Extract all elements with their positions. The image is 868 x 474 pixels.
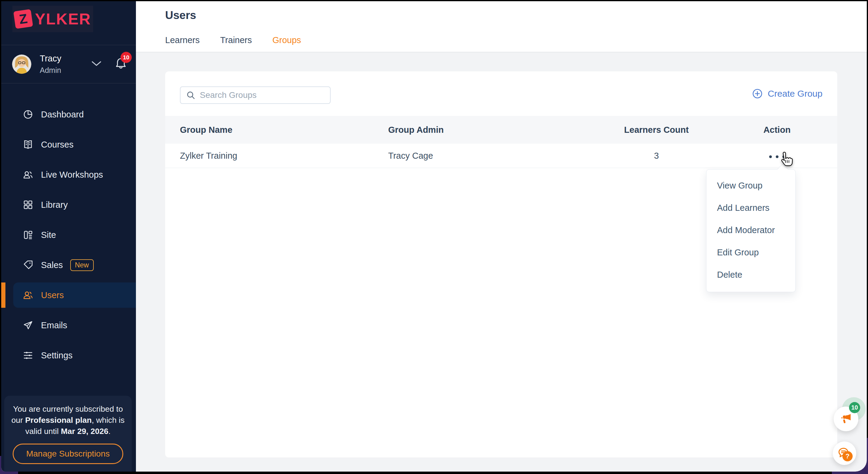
sidebar-item-label: Site xyxy=(41,230,56,240)
page-title: Users xyxy=(165,9,196,22)
tab-groups[interactable]: Groups xyxy=(273,35,301,45)
notifications-button[interactable]: 10 xyxy=(115,57,127,71)
search-input[interactable] xyxy=(200,90,330,100)
card-toolbar: Create Group xyxy=(165,71,837,116)
profile-name: Tracy xyxy=(40,54,61,64)
tab-trainers[interactable]: Trainers xyxy=(220,35,252,45)
dashboard-icon xyxy=(23,109,33,120)
column-header: Learners Count xyxy=(624,125,689,135)
tab-learners[interactable]: Learners xyxy=(165,35,199,45)
menu-item-view-group[interactable]: View Group xyxy=(707,174,795,197)
sales-icon xyxy=(23,260,33,270)
live-workshops-icon xyxy=(23,170,33,180)
profile-section: Tracy Admin 10 xyxy=(1,45,136,83)
chevron-down-icon[interactable] xyxy=(91,61,101,68)
announcement-count-badge: 10 xyxy=(849,402,860,413)
table-row: Zylker Training Tracy Cage 3 xyxy=(165,144,837,168)
learners-count-cell: 3 xyxy=(654,151,659,161)
settings-icon xyxy=(23,350,33,361)
sidebar-item-settings[interactable]: Settings xyxy=(1,340,136,370)
subscription-panel: You are currently subscribed to our Prof… xyxy=(4,396,132,472)
create-group-label: Create Group xyxy=(768,89,823,99)
sidebar-item-label: Sales xyxy=(41,260,63,270)
manage-subscriptions-button[interactable]: Manage Subscriptions xyxy=(13,444,123,464)
sidebar-item-label: Settings xyxy=(41,350,73,361)
library-icon xyxy=(23,200,33,210)
profile-role: Admin xyxy=(40,66,61,75)
subscription-text: You are currently subscribed to our Prof… xyxy=(4,404,132,437)
help-chat-button[interactable]: ? xyxy=(833,441,856,465)
app-window: Z YLKER Tracy Admin xyxy=(1,1,867,472)
search-icon xyxy=(186,90,195,100)
new-badge: New xyxy=(70,259,94,271)
sidebar: Z YLKER Tracy Admin xyxy=(1,1,136,472)
menu-item-edit-group[interactable]: Edit Group xyxy=(707,241,795,264)
sidebar-nav: Dashboard Courses Live Workshops xyxy=(1,99,136,370)
tab-bar: Learners Trainers Groups xyxy=(165,35,301,45)
notification-count-badge: 10 xyxy=(121,52,132,63)
courses-icon xyxy=(23,139,33,150)
plus-circle-icon xyxy=(752,88,763,99)
logo-z-icon: Z xyxy=(13,9,33,29)
sidebar-item-library[interactable]: Library xyxy=(1,190,136,220)
group-name-cell: Zylker Training xyxy=(165,151,388,161)
sidebar-item-dashboard[interactable]: Dashboard xyxy=(1,99,136,130)
sidebar-item-label: Live Workshops xyxy=(41,170,103,180)
sidebar-item-label: Users xyxy=(41,290,64,300)
search-box xyxy=(180,87,331,104)
sidebar-item-label: Dashboard xyxy=(41,110,84,120)
sidebar-item-label: Library xyxy=(41,200,68,210)
menu-item-delete[interactable]: Delete xyxy=(707,264,795,286)
column-header: Action xyxy=(764,125,790,135)
sidebar-item-courses[interactable]: Courses xyxy=(1,130,136,160)
row-actions-menu: View Group Add Learners Add Moderator Ed… xyxy=(706,169,796,292)
hand-pointer-cursor xyxy=(778,152,794,171)
avatar[interactable] xyxy=(12,55,31,74)
create-group-button[interactable]: Create Group xyxy=(752,88,823,99)
sidebar-item-label: Emails xyxy=(41,320,67,330)
sidebar-item-sales[interactable]: Sales New xyxy=(1,250,136,280)
site-icon xyxy=(23,230,33,240)
users-icon xyxy=(23,290,33,300)
question-mark-icon: ? xyxy=(842,451,852,461)
column-header: Group Name xyxy=(165,125,388,135)
table-header: Group Name Group Admin Learners Count Ac… xyxy=(165,116,837,144)
sidebar-item-live-workshops[interactable]: Live Workshops xyxy=(1,160,136,190)
megaphone-icon xyxy=(839,412,853,426)
menu-item-add-learners[interactable]: Add Learners xyxy=(707,197,795,219)
page-header: Users Learners Trainers Groups xyxy=(136,1,867,53)
sidebar-item-site[interactable]: Site xyxy=(1,220,136,250)
sidebar-item-label: Courses xyxy=(41,140,73,150)
emails-icon xyxy=(23,320,33,330)
logo-text: YLKER xyxy=(35,10,91,28)
menu-item-add-moderator[interactable]: Add Moderator xyxy=(707,219,795,241)
sidebar-item-users[interactable]: Users xyxy=(13,282,136,308)
column-header: Group Admin xyxy=(388,125,596,135)
group-admin-cell: Tracy Cage xyxy=(388,151,596,161)
active-accent-bar xyxy=(1,282,5,308)
zylker-logo: Z YLKER xyxy=(12,6,93,32)
sidebar-item-emails[interactable]: Emails xyxy=(1,310,136,340)
